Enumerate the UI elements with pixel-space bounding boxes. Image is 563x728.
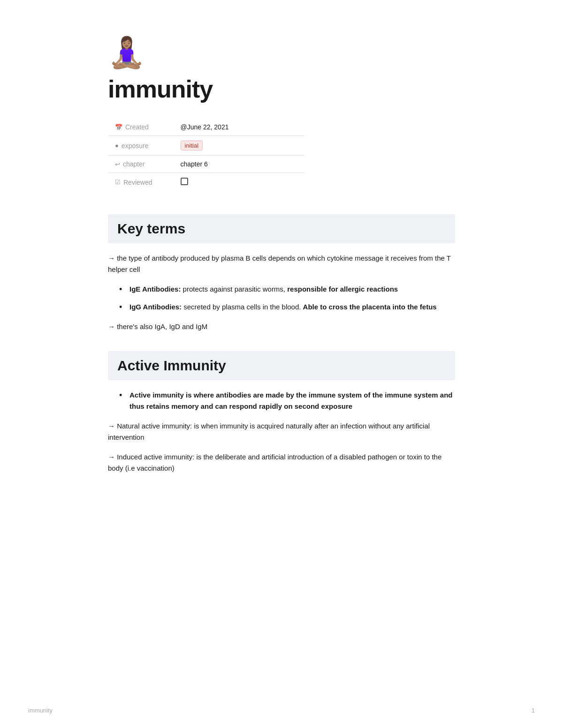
calendar-icon: 📅: [115, 124, 122, 131]
chapter-value: chapter 6: [181, 160, 208, 168]
reviewed-checkbox[interactable]: [181, 178, 188, 185]
created-value: @June 22, 2021: [181, 123, 229, 131]
page-emoji: 🧘🏽‍♀️: [108, 38, 455, 68]
active-immunity-list: Active immunity is where antibodies are …: [119, 390, 455, 412]
circle-icon: ●: [115, 142, 119, 149]
key-terms-footer-note: → there's also IgA, IgD and IgM: [108, 321, 455, 332]
active-immunity-title: Active Immunity: [117, 358, 446, 374]
list-item: IgG Antibodies: secreted by plasma cells…: [119, 301, 455, 313]
key-terms-title: Key terms: [117, 221, 446, 237]
ige-bold: responsible for allergic reactions: [287, 285, 398, 293]
list-item: Active immunity is where antibodies are …: [119, 390, 455, 412]
metadata-table: 📅 Created @June 22, 2021 ● exposure init…: [108, 118, 305, 192]
footer-label: immunity: [28, 707, 53, 714]
page-title: immunity: [108, 75, 455, 103]
key-terms-list: IgE Antibodies: protects against parasit…: [119, 284, 455, 313]
igg-term: IgG Antibodies:: [129, 303, 182, 311]
active-immunity-text: Active immunity is where antibodies are …: [129, 391, 453, 410]
active-immunity-header: Active Immunity: [108, 351, 455, 380]
checkbox-icon: ☑: [115, 179, 121, 186]
ige-term: IgE Antibodies:: [129, 285, 181, 293]
ige-text: protects against parasitic worms,: [181, 285, 287, 293]
chapter-icon: ↩: [115, 161, 120, 168]
list-item: IgE Antibodies: protects against parasit…: [119, 284, 455, 295]
reviewed-label: Reviewed: [123, 179, 152, 186]
page-footer: immunity 1: [28, 707, 535, 714]
key-terms-header: Key terms: [108, 214, 455, 243]
natural-active-note: → Natural active immunity: is when immun…: [108, 420, 455, 443]
induced-active-note: → Induced active immunity: is the delibe…: [108, 451, 455, 474]
key-terms-intro: → the type of antibody produced by plasm…: [108, 253, 455, 275]
chapter-label: chapter: [123, 160, 145, 168]
created-label: Created: [125, 123, 149, 131]
igg-text: secreted by plasma cells in the blood.: [182, 303, 303, 311]
igg-bold: Able to cross the placenta into the fetu…: [303, 303, 437, 311]
exposure-tag[interactable]: initial: [181, 141, 203, 150]
exposure-label: exposure: [122, 142, 149, 150]
footer-page: 1: [532, 707, 535, 714]
